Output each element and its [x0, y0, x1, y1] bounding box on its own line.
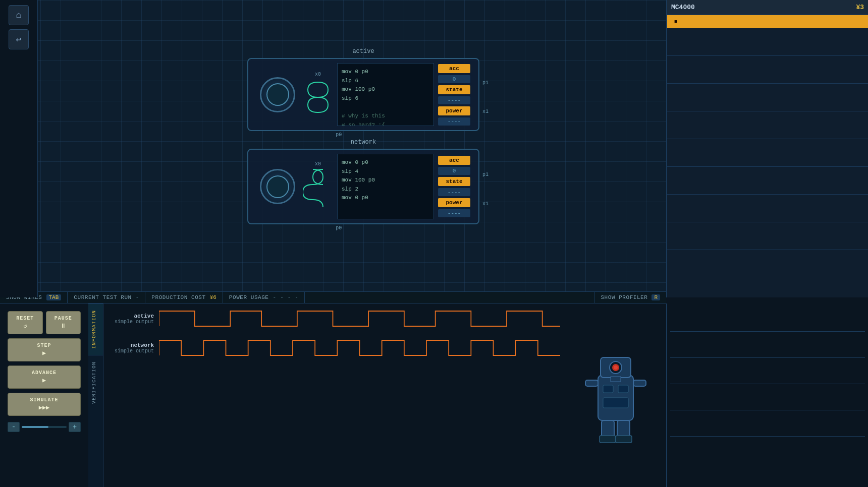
- right-module-selected[interactable]: ■: [667, 15, 868, 28]
- right-panel-row-5[interactable]: [667, 139, 868, 167]
- module-network-dial-inner: [266, 175, 289, 198]
- module-active-registers: acc 0 state ---- power ----: [434, 60, 474, 130]
- port-p1-right-network: p1: [482, 172, 489, 177]
- speed-minus-button[interactable]: -: [8, 422, 20, 432]
- svg-rect-12: [616, 436, 632, 443]
- bottom-panel: RESET ↺ PAUSE ⏸ STEP ▶ ADVANCE ▶ SIMULAT…: [0, 303, 666, 487]
- show-wires-key: TAB: [46, 294, 62, 300]
- right-panel-row-2[interactable]: [667, 56, 868, 84]
- module-active-dial-inner: [266, 83, 289, 106]
- svg-rect-8: [603, 398, 628, 408]
- svg-rect-7: [618, 385, 628, 393]
- power-usage-section: POWER USAGE - - - -: [223, 292, 305, 303]
- waveform-active-name: active: [108, 313, 154, 319]
- power-value: ----: [438, 117, 470, 126]
- robot-icon: [575, 345, 656, 446]
- module-network-label: network: [351, 139, 376, 146]
- acc-value: 0: [438, 75, 470, 83]
- net-acc-value: 0: [438, 167, 470, 175]
- net-power-label: power: [438, 198, 470, 207]
- waveform-network-canvas: [159, 338, 560, 358]
- waveform-active-sublabel: simple output: [108, 319, 154, 325]
- home-icon[interactable]: ⌂: [9, 5, 29, 25]
- waveform-network-name: network: [108, 342, 154, 348]
- state-label: state: [438, 85, 470, 94]
- port-x1-right-network: x1: [482, 201, 489, 207]
- right-panel-row-8[interactable]: [667, 222, 868, 250]
- speed-slider[interactable]: [22, 426, 67, 428]
- net-acc-label: acc: [438, 156, 470, 165]
- pause-button[interactable]: PAUSE ⏸: [46, 311, 81, 334]
- state-value: ----: [438, 96, 470, 104]
- advance-button[interactable]: ADVANCE ▶: [8, 366, 81, 389]
- waveform-row-active: active simple output: [108, 309, 560, 329]
- control-buttons: RESET ↺ PAUSE ⏸ STEP ▶ ADVANCE ▶ SIMULAT…: [0, 303, 88, 487]
- right-sidebar-header: MC4000 ¥3: [667, 0, 868, 15]
- waveform-row-network: network simple output: [108, 338, 560, 358]
- right-sidebar: MC4000 ¥3 ■: [666, 0, 868, 297]
- module-network-code[interactable]: mov 0 p0 slp 4 mov 100 p0 slp 2 mov 0 p0: [337, 154, 434, 219]
- bottom-right-rows: [667, 303, 868, 440]
- tab-information[interactable]: INFORMATION: [88, 303, 103, 355]
- production-cost-section: PRODUCTION COST ¥6: [145, 292, 223, 303]
- module-active-code[interactable]: mov 0 p0 slp 6 mov 100 p0 slp 6 # why is…: [337, 63, 434, 126]
- port-p0-bottom-network: p0: [336, 225, 342, 231]
- right-panel-row-4[interactable]: [667, 111, 868, 139]
- step-button[interactable]: STEP ▶: [8, 338, 81, 361]
- module-active[interactable]: active x0 mov 0 p0 slp 6 mov 100 p0 slp …: [247, 58, 479, 131]
- port-x0-left: x0: [303, 72, 333, 117]
- br-row-2[interactable]: [670, 333, 865, 358]
- br-row-1[interactable]: [670, 307, 865, 332]
- main-canvas: active x0 mov 0 p0 slp 6 mov 100 p0 slp …: [0, 0, 666, 297]
- right-sidebar-value: ¥3: [856, 4, 864, 11]
- reset-button[interactable]: RESET ↺: [8, 311, 43, 334]
- module-network[interactable]: network x0 mov 0 p0 slp 4 mov 100 p0 slp…: [247, 149, 479, 224]
- current-test-run-section: CURRENT TEST RUN -: [68, 292, 145, 303]
- module-active-dial: [260, 77, 295, 112]
- robot-area: [565, 303, 666, 487]
- show-profiler-section[interactable]: SHOW PROFILER R: [594, 292, 666, 303]
- svg-rect-11: [600, 436, 616, 443]
- show-profiler-label: SHOW PROFILER: [601, 294, 647, 300]
- net-state-label: state: [438, 177, 470, 186]
- right-panel-list: [667, 28, 868, 297]
- module-active-label: active: [352, 48, 374, 55]
- port-x0-left-network: x0: [303, 161, 333, 212]
- net-power-value: ----: [438, 209, 470, 217]
- right-panel-row-1[interactable]: [667, 28, 868, 56]
- br-row-5[interactable]: [670, 411, 865, 437]
- svg-rect-13: [585, 380, 598, 386]
- production-cost-value: ¥6: [210, 294, 216, 300]
- svg-rect-6: [603, 385, 613, 393]
- power-usage-label: POWER USAGE: [229, 294, 269, 300]
- br-row-3[interactable]: [670, 359, 865, 384]
- waveform-active-canvas: [159, 309, 560, 329]
- undo-icon[interactable]: ↩: [9, 29, 29, 49]
- acc-label: acc: [438, 64, 470, 73]
- simulate-button[interactable]: SIMULATE ▶▶▶: [8, 393, 81, 416]
- svg-rect-14: [633, 380, 646, 386]
- production-cost-label: PRODUCTION COST: [151, 294, 205, 300]
- right-panel-row-3[interactable]: [667, 84, 868, 111]
- br-row-4[interactable]: [670, 385, 865, 410]
- power-label: power: [438, 106, 470, 115]
- current-test-run-value: -: [136, 294, 139, 300]
- left-sidebar: ⌂ ↩: [0, 0, 38, 297]
- port-p1-right-active: p1: [482, 80, 489, 86]
- port-x1-right-active: x1: [482, 109, 489, 114]
- right-sidebar-title: MC4000: [671, 4, 695, 11]
- tabs-panel: INFORMATION VERIFICATION: [88, 303, 103, 487]
- tab-verification[interactable]: VERIFICATION: [88, 355, 103, 410]
- right-panel-row-6[interactable]: [667, 167, 868, 195]
- waveform-network-sublabel: simple output: [108, 348, 154, 354]
- svg-rect-5: [611, 377, 621, 382]
- svg-point-4: [614, 366, 618, 370]
- net-state-value: ----: [438, 188, 470, 196]
- bottom-toolbar: SHOW WIRES TAB CURRENT TEST RUN - PRODUC…: [0, 291, 666, 303]
- waveform-area: active simple output network simple outp…: [103, 303, 565, 487]
- port-p0-bottom-active: p0: [336, 132, 342, 138]
- show-profiler-key: R: [652, 294, 660, 300]
- speed-plus-button[interactable]: +: [69, 422, 81, 432]
- right-panel-row-7[interactable]: [667, 195, 868, 222]
- current-test-run-label: CURRENT TEST RUN: [74, 294, 131, 300]
